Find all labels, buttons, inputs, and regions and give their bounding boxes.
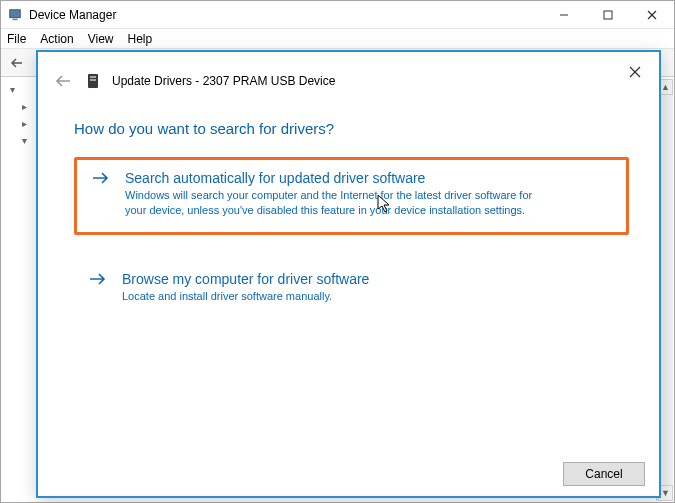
device-manager-title: Device Manager [29, 8, 116, 22]
device-manager-titlebar: Device Manager [1, 1, 674, 29]
update-drivers-dialog: Update Drivers - 2307 PRAM USB Device Ho… [36, 50, 661, 498]
cancel-button[interactable]: Cancel [563, 462, 645, 486]
option-text: Search automatically for updated driver … [125, 170, 555, 218]
dialog-question: How do you want to search for drivers? [38, 98, 659, 147]
option-text: Browse my computer for driver software L… [122, 271, 369, 304]
dialog-title: Update Drivers - 2307 PRAM USB Device [112, 74, 335, 88]
svg-rect-3 [604, 11, 612, 19]
window-controls [542, 1, 674, 29]
dialog-footer: Cancel [563, 462, 645, 486]
option-title: Browse my computer for driver software [122, 271, 369, 287]
menu-action[interactable]: Action [40, 32, 73, 46]
menu-view[interactable]: View [88, 32, 114, 46]
svg-rect-1 [12, 18, 17, 20]
device-manager-icon [7, 7, 23, 23]
svg-rect-0 [10, 9, 21, 17]
arrow-right-icon [88, 271, 108, 291]
svg-rect-9 [90, 76, 96, 78]
expand-icon[interactable] [18, 118, 30, 129]
option-description: Windows will search your computer and th… [125, 188, 555, 218]
options-list: Search automatically for updated driver … [38, 147, 659, 318]
expand-icon[interactable] [6, 84, 18, 95]
menu-help[interactable]: Help [128, 32, 153, 46]
maximize-button[interactable] [586, 1, 630, 29]
dialog-back-button[interactable] [52, 70, 74, 92]
option-description: Locate and install driver software manua… [122, 289, 369, 304]
arrow-right-icon [91, 170, 111, 190]
dialog-header: Update Drivers - 2307 PRAM USB Device [38, 52, 659, 98]
minimize-button[interactable] [542, 1, 586, 29]
svg-rect-10 [90, 79, 96, 81]
back-button[interactable] [5, 52, 29, 74]
dialog-close-button[interactable] [617, 58, 653, 86]
menubar: File Action View Help [1, 29, 674, 49]
option-browse-computer[interactable]: Browse my computer for driver software L… [74, 261, 629, 318]
option-search-automatically[interactable]: Search automatically for updated driver … [74, 157, 629, 235]
option-title: Search automatically for updated driver … [125, 170, 555, 186]
device-icon [84, 72, 102, 90]
expand-icon[interactable] [18, 101, 30, 112]
close-button[interactable] [630, 1, 674, 29]
menu-file[interactable]: File [7, 32, 26, 46]
expand-icon[interactable] [18, 135, 30, 146]
